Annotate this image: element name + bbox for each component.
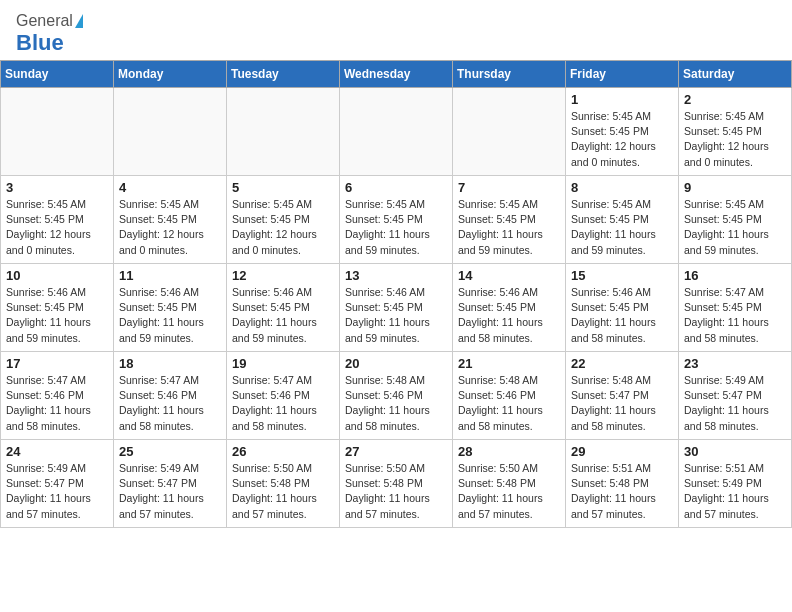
day-number: 10 [6, 268, 108, 283]
calendar-cell: 24Sunrise: 5:49 AM Sunset: 5:47 PM Dayli… [1, 440, 114, 528]
day-header-friday: Friday [566, 61, 679, 88]
day-number: 6 [345, 180, 447, 195]
day-info: Sunrise: 5:45 AM Sunset: 5:45 PM Dayligh… [571, 197, 673, 258]
day-number: 25 [119, 444, 221, 459]
calendar-cell: 15Sunrise: 5:46 AM Sunset: 5:45 PM Dayli… [566, 264, 679, 352]
calendar-cell: 6Sunrise: 5:45 AM Sunset: 5:45 PM Daylig… [340, 176, 453, 264]
day-number: 5 [232, 180, 334, 195]
calendar-cell: 25Sunrise: 5:49 AM Sunset: 5:47 PM Dayli… [114, 440, 227, 528]
day-header-thursday: Thursday [453, 61, 566, 88]
calendar-cell: 13Sunrise: 5:46 AM Sunset: 5:45 PM Dayli… [340, 264, 453, 352]
calendar-cell [1, 88, 114, 176]
day-info: Sunrise: 5:46 AM Sunset: 5:45 PM Dayligh… [458, 285, 560, 346]
day-info: Sunrise: 5:48 AM Sunset: 5:47 PM Dayligh… [571, 373, 673, 434]
day-number: 30 [684, 444, 786, 459]
day-number: 21 [458, 356, 560, 371]
day-info: Sunrise: 5:51 AM Sunset: 5:49 PM Dayligh… [684, 461, 786, 522]
day-number: 24 [6, 444, 108, 459]
calendar-cell: 2Sunrise: 5:45 AM Sunset: 5:45 PM Daylig… [679, 88, 792, 176]
calendar-cell: 3Sunrise: 5:45 AM Sunset: 5:45 PM Daylig… [1, 176, 114, 264]
day-info: Sunrise: 5:49 AM Sunset: 5:47 PM Dayligh… [684, 373, 786, 434]
day-number: 1 [571, 92, 673, 107]
logo: General Blue [16, 12, 83, 56]
day-info: Sunrise: 5:46 AM Sunset: 5:45 PM Dayligh… [232, 285, 334, 346]
day-number: 26 [232, 444, 334, 459]
day-number: 23 [684, 356, 786, 371]
week-row-3: 10Sunrise: 5:46 AM Sunset: 5:45 PM Dayli… [1, 264, 792, 352]
day-info: Sunrise: 5:51 AM Sunset: 5:48 PM Dayligh… [571, 461, 673, 522]
calendar-cell: 14Sunrise: 5:46 AM Sunset: 5:45 PM Dayli… [453, 264, 566, 352]
day-info: Sunrise: 5:49 AM Sunset: 5:47 PM Dayligh… [6, 461, 108, 522]
day-info: Sunrise: 5:45 AM Sunset: 5:45 PM Dayligh… [232, 197, 334, 258]
day-number: 27 [345, 444, 447, 459]
calendar-cell: 17Sunrise: 5:47 AM Sunset: 5:46 PM Dayli… [1, 352, 114, 440]
logo-triangle-icon [75, 14, 83, 28]
day-number: 11 [119, 268, 221, 283]
calendar-cell: 29Sunrise: 5:51 AM Sunset: 5:48 PM Dayli… [566, 440, 679, 528]
calendar-cell: 22Sunrise: 5:48 AM Sunset: 5:47 PM Dayli… [566, 352, 679, 440]
calendar-cell: 26Sunrise: 5:50 AM Sunset: 5:48 PM Dayli… [227, 440, 340, 528]
days-header-row: SundayMondayTuesdayWednesdayThursdayFrid… [1, 61, 792, 88]
calendar-cell: 10Sunrise: 5:46 AM Sunset: 5:45 PM Dayli… [1, 264, 114, 352]
calendar-cell: 12Sunrise: 5:46 AM Sunset: 5:45 PM Dayli… [227, 264, 340, 352]
day-info: Sunrise: 5:46 AM Sunset: 5:45 PM Dayligh… [571, 285, 673, 346]
page-header: General Blue [0, 0, 792, 60]
day-info: Sunrise: 5:47 AM Sunset: 5:46 PM Dayligh… [119, 373, 221, 434]
day-number: 7 [458, 180, 560, 195]
day-info: Sunrise: 5:46 AM Sunset: 5:45 PM Dayligh… [119, 285, 221, 346]
day-info: Sunrise: 5:48 AM Sunset: 5:46 PM Dayligh… [345, 373, 447, 434]
day-header-saturday: Saturday [679, 61, 792, 88]
day-info: Sunrise: 5:45 AM Sunset: 5:45 PM Dayligh… [458, 197, 560, 258]
day-number: 19 [232, 356, 334, 371]
day-info: Sunrise: 5:47 AM Sunset: 5:46 PM Dayligh… [232, 373, 334, 434]
calendar-cell: 19Sunrise: 5:47 AM Sunset: 5:46 PM Dayli… [227, 352, 340, 440]
calendar-cell: 27Sunrise: 5:50 AM Sunset: 5:48 PM Dayli… [340, 440, 453, 528]
logo-blue-text: Blue [16, 30, 64, 56]
calendar-cell: 20Sunrise: 5:48 AM Sunset: 5:46 PM Dayli… [340, 352, 453, 440]
day-number: 13 [345, 268, 447, 283]
calendar-cell: 18Sunrise: 5:47 AM Sunset: 5:46 PM Dayli… [114, 352, 227, 440]
day-number: 22 [571, 356, 673, 371]
day-number: 18 [119, 356, 221, 371]
calendar-cell: 16Sunrise: 5:47 AM Sunset: 5:45 PM Dayli… [679, 264, 792, 352]
calendar-cell: 4Sunrise: 5:45 AM Sunset: 5:45 PM Daylig… [114, 176, 227, 264]
day-number: 4 [119, 180, 221, 195]
calendar-cell: 23Sunrise: 5:49 AM Sunset: 5:47 PM Dayli… [679, 352, 792, 440]
day-info: Sunrise: 5:45 AM Sunset: 5:45 PM Dayligh… [119, 197, 221, 258]
calendar-table: SundayMondayTuesdayWednesdayThursdayFrid… [0, 60, 792, 528]
day-info: Sunrise: 5:50 AM Sunset: 5:48 PM Dayligh… [345, 461, 447, 522]
calendar-cell: 30Sunrise: 5:51 AM Sunset: 5:49 PM Dayli… [679, 440, 792, 528]
calendar-cell: 7Sunrise: 5:45 AM Sunset: 5:45 PM Daylig… [453, 176, 566, 264]
day-number: 14 [458, 268, 560, 283]
week-row-5: 24Sunrise: 5:49 AM Sunset: 5:47 PM Dayli… [1, 440, 792, 528]
day-info: Sunrise: 5:46 AM Sunset: 5:45 PM Dayligh… [6, 285, 108, 346]
day-info: Sunrise: 5:48 AM Sunset: 5:46 PM Dayligh… [458, 373, 560, 434]
day-info: Sunrise: 5:50 AM Sunset: 5:48 PM Dayligh… [458, 461, 560, 522]
day-info: Sunrise: 5:45 AM Sunset: 5:45 PM Dayligh… [684, 197, 786, 258]
day-info: Sunrise: 5:49 AM Sunset: 5:47 PM Dayligh… [119, 461, 221, 522]
week-row-4: 17Sunrise: 5:47 AM Sunset: 5:46 PM Dayli… [1, 352, 792, 440]
day-header-tuesday: Tuesday [227, 61, 340, 88]
calendar-cell: 28Sunrise: 5:50 AM Sunset: 5:48 PM Dayli… [453, 440, 566, 528]
calendar-cell: 11Sunrise: 5:46 AM Sunset: 5:45 PM Dayli… [114, 264, 227, 352]
day-number: 9 [684, 180, 786, 195]
day-info: Sunrise: 5:47 AM Sunset: 5:46 PM Dayligh… [6, 373, 108, 434]
day-header-wednesday: Wednesday [340, 61, 453, 88]
day-number: 8 [571, 180, 673, 195]
calendar-cell [453, 88, 566, 176]
week-row-1: 1Sunrise: 5:45 AM Sunset: 5:45 PM Daylig… [1, 88, 792, 176]
day-number: 17 [6, 356, 108, 371]
day-number: 15 [571, 268, 673, 283]
day-number: 2 [684, 92, 786, 107]
day-info: Sunrise: 5:50 AM Sunset: 5:48 PM Dayligh… [232, 461, 334, 522]
calendar-cell [340, 88, 453, 176]
day-info: Sunrise: 5:45 AM Sunset: 5:45 PM Dayligh… [684, 109, 786, 170]
calendar-cell: 21Sunrise: 5:48 AM Sunset: 5:46 PM Dayli… [453, 352, 566, 440]
day-number: 28 [458, 444, 560, 459]
logo-general-text: General [16, 12, 73, 30]
calendar-cell: 9Sunrise: 5:45 AM Sunset: 5:45 PM Daylig… [679, 176, 792, 264]
day-number: 20 [345, 356, 447, 371]
calendar-cell: 1Sunrise: 5:45 AM Sunset: 5:45 PM Daylig… [566, 88, 679, 176]
calendar-cell [114, 88, 227, 176]
day-info: Sunrise: 5:45 AM Sunset: 5:45 PM Dayligh… [345, 197, 447, 258]
